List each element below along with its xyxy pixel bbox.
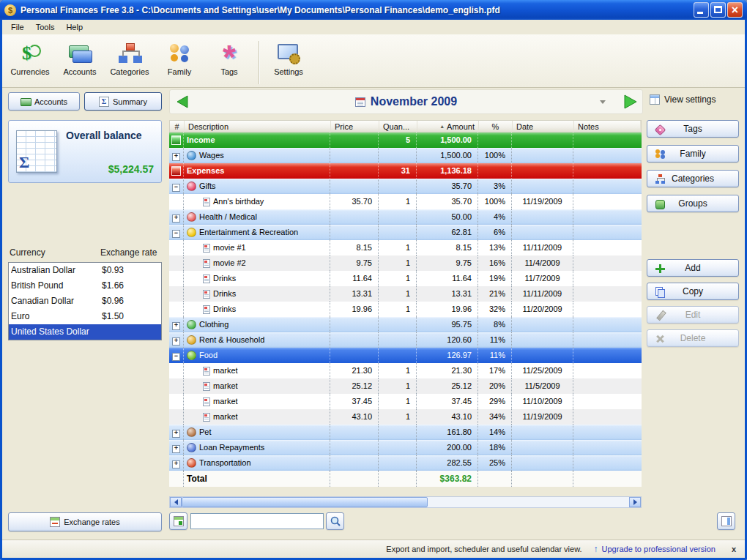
item-row[interactable]: market25.12125.1220%11/5/2009 [169,378,642,394]
status-close-button[interactable]: x [732,545,736,553]
close-button[interactable] [727,2,743,18]
quantity-cell [379,332,417,348]
column-header-amount[interactable]: ▲Amount [417,121,479,132]
column-header-percent[interactable]: % [479,121,513,132]
currency-row[interactable]: Euro$1.50 [9,309,161,324]
search-input[interactable] [190,513,324,529]
column-header-date[interactable]: Date [513,121,574,132]
item-row[interactable]: Drinks13.31113.3121%11/11/2009 [169,286,642,302]
view-settings-button[interactable]: View settings [650,94,716,105]
income-row[interactable]: Income51,500.00 [169,132,642,148]
period-selector[interactable]: November 2009 [195,95,617,108]
toggle-right-panel-button[interactable] [717,512,735,530]
category-row[interactable]: +Health / Medical50.004% [169,209,642,225]
scroll-left-button[interactable] [170,497,182,507]
date-cell: 11/11/2009 [512,240,573,255]
column-header-notes[interactable]: Notes [574,121,641,132]
family-button[interactable]: Family [647,145,739,163]
accounts-view-button[interactable]: Accounts [8,92,80,111]
add-button[interactable]: Add [647,259,739,277]
column-header-description[interactable]: Description [185,121,331,132]
column-header-quantity[interactable]: Quan... [379,121,417,132]
expand-icon[interactable]: + [172,430,180,438]
collapse-icon[interactable]: − [172,353,180,361]
collapse-icon[interactable]: − [172,230,180,238]
toolbar-accounts-button[interactable]: Accounts [55,38,105,80]
food-icon [187,351,196,360]
description-cell: movie #1 [184,240,330,255]
toolbar-currencies-button[interactable]: Currencies [5,38,55,80]
button-label: Add [685,263,700,273]
item-row[interactable]: Drinks19.96119.9632%11/20/2009 [169,302,642,317]
search-button[interactable] [326,512,344,530]
category-row[interactable]: −Gifts35.703% [169,179,642,194]
expand-icon[interactable]: + [172,460,180,468]
tags-button[interactable]: Tags [647,120,739,138]
scrollbar-track[interactable] [182,497,629,507]
amount-cell: 11.64 [417,271,478,286]
currency-row[interactable]: Canadian Dollar$0.96 [9,294,161,309]
next-month-button[interactable] [617,90,642,113]
column-header-number[interactable]: # [170,121,185,132]
horizontal-scrollbar[interactable] [169,496,642,508]
category-row[interactable]: −Entertainment & Recreation62.816% [169,225,642,240]
column-header-price[interactable]: Price [331,121,379,132]
column-header-label: Notes [578,122,599,131]
groups-button[interactable]: Groups [647,195,739,212]
expand-icon[interactable]: + [172,337,180,346]
toggle-left-panel-button[interactable] [169,512,187,530]
category-row[interactable]: +Rent & Household120.6011% [169,332,642,348]
row-description: movie #2 [213,255,246,271]
expand-icon[interactable]: + [172,322,180,330]
category-row[interactable]: +Transportation282.5525% [169,455,642,471]
add-icon [655,264,665,274]
category-row[interactable]: +Loan Repayments200.0018% [169,440,642,455]
expand-icon[interactable]: + [172,153,180,161]
toolbar-tags-button[interactable]: Tags [204,38,254,80]
categories-button[interactable]: Categories [647,170,739,187]
item-row[interactable]: market21.30121.3017%11/25/2009 [169,363,642,378]
currency-row[interactable]: Australian Dollar$0.93 [9,263,161,278]
period-dropdown-arrow-icon[interactable] [600,100,606,104]
date-cell: 11/4/2009 [512,255,573,271]
quantity-cell [379,317,417,332]
category-row[interactable]: +Pet161.8014% [169,425,642,440]
minimize-button[interactable] [694,2,709,18]
toolbar-family-button[interactable]: Family [155,38,204,80]
expenses-row[interactable]: Expenses311,136.18 [169,163,642,179]
category-row[interactable]: +Clothing95.758% [169,317,642,332]
upgrade-link[interactable]: ↑ Upgrade to professional version [594,544,716,554]
item-row[interactable]: movie #18.1518.1513%11/11/2009 [169,240,642,255]
currency-row[interactable]: British Pound$1.66 [9,278,161,294]
scroll-right-button[interactable] [629,497,641,507]
amount-cell: 62.81 [417,225,478,240]
category-row[interactable]: −Food126.9711% [169,348,642,363]
item-row[interactable]: market37.45137.4529%11/10/2009 [169,394,642,409]
toolbar-settings-button[interactable]: Settings [264,38,313,80]
maximize-button[interactable] [710,2,726,18]
currency-row[interactable]: United States Dollar [9,324,161,340]
record-icon [203,259,210,268]
settings-icon [276,41,301,66]
category-row[interactable]: +Wages1,500.00100% [169,148,642,163]
item-row[interactable]: movie #29.7519.7516%11/4/2009 [169,255,642,271]
expand-icon[interactable]: + [172,445,180,453]
item-row[interactable]: Drinks11.64111.6419%11/7/2009 [169,271,642,286]
collapse-icon[interactable]: − [172,184,180,192]
summary-view-button[interactable]: Summary [84,92,162,111]
exchange-rates-button[interactable]: Exchange rates [8,512,162,531]
previous-month-button[interactable] [170,90,195,113]
quantity-cell: 1 [379,302,417,317]
percent-cell: 13% [478,240,512,255]
copy-button[interactable]: Copy [647,283,739,300]
toolbar-categories-button[interactable]: Categories [105,38,155,80]
menu-help[interactable]: Help [60,20,89,34]
item-row[interactable]: Ann's birthday35.70135.70100%11/19/2009 [169,194,642,209]
summary-small-icon [99,97,109,107]
item-row[interactable]: market43.10143.1034%11/19/2009 [169,409,642,425]
scrollbar-thumb[interactable] [182,497,428,507]
menu-file[interactable]: File [5,20,30,34]
row-description: market [213,409,238,425]
expand-icon[interactable]: + [172,214,180,223]
menu-tools[interactable]: Tools [30,20,61,34]
